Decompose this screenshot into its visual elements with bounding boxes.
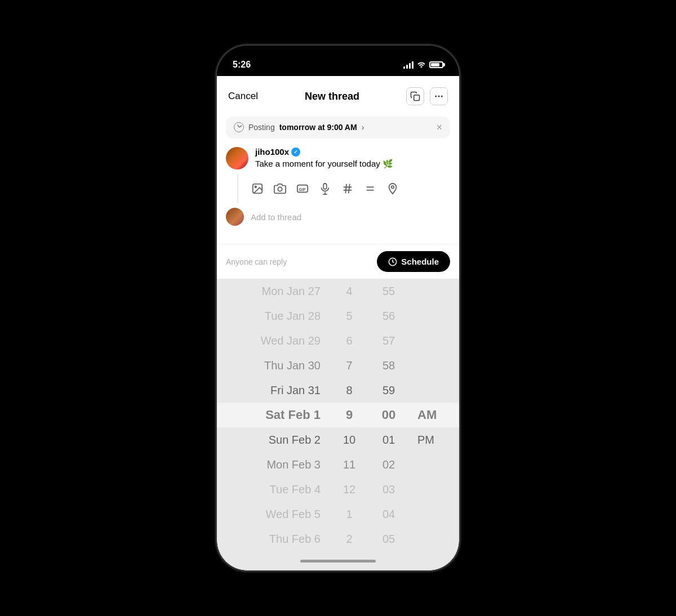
add-to-thread-input[interactable]: Add to thread	[251, 212, 301, 222]
more-options-button[interactable]	[430, 87, 448, 105]
header: Cancel New thread	[217, 76, 459, 114]
list-item[interactable]	[408, 452, 448, 477]
list-item[interactable]: Thu Feb 6	[228, 526, 330, 551]
list-item[interactable]: 00	[369, 403, 408, 427]
signal-bar-2	[406, 65, 408, 69]
list-item[interactable]: Fri Jan 31	[228, 378, 330, 403]
list-item[interactable]: Sat Feb 1	[228, 403, 330, 427]
list-item[interactable]	[408, 328, 448, 353]
header-icons	[406, 87, 448, 105]
schedule-chevron: ›	[362, 123, 364, 132]
signal-bars-icon	[403, 61, 413, 69]
list-item[interactable]	[408, 502, 448, 526]
list-button[interactable]	[360, 178, 380, 199]
clock-hand-minute	[239, 125, 242, 127]
list-item[interactable]	[408, 378, 448, 403]
list-item[interactable]: AM	[408, 403, 448, 427]
thread-content: jiho100x ✓ Take a moment for yourself to…	[217, 142, 459, 244]
list-item[interactable]: Thu Jan 30	[228, 353, 330, 378]
home-bar	[300, 560, 376, 563]
list-item[interactable]: 55	[369, 279, 408, 303]
clock-schedule-icon	[388, 257, 397, 266]
ampm-picker-column[interactable]: AMPM	[408, 279, 448, 551]
list-item[interactable]: Wed Feb 5	[228, 502, 330, 526]
date-time-picker[interactable]: Mon Jan 27Tue Jan 28Wed Jan 29Thu Jan 30…	[217, 279, 459, 551]
schedule-info: Posting tomorrow at 9:00 AM ›	[234, 122, 364, 132]
location-icon	[386, 182, 399, 195]
list-item[interactable]: 11	[330, 452, 369, 477]
gif-button[interactable]: GIF	[292, 178, 313, 199]
phone-screen: 5:26	[217, 46, 459, 570]
hour-picker-column[interactable]: 45678910111212	[330, 279, 369, 551]
list-item[interactable]: 1	[330, 502, 369, 526]
list-item[interactable]: Sun Feb 2	[228, 427, 330, 452]
wifi-icon	[417, 60, 426, 69]
app-content: Cancel New thread	[217, 76, 459, 570]
list-item[interactable]	[408, 477, 448, 502]
hashtag-icon	[341, 182, 354, 195]
list-item[interactable]: PM	[408, 427, 448, 452]
list-item[interactable]: 58	[369, 353, 408, 378]
schedule-label: Schedule	[401, 257, 439, 266]
list-item[interactable]	[408, 303, 448, 328]
list-item[interactable]: 57	[369, 328, 408, 353]
copy-to-other-button[interactable]	[406, 87, 424, 105]
list-item[interactable]: 7	[330, 353, 369, 378]
post-row: jiho100x ✓ Take a moment for yourself to…	[226, 142, 450, 174]
list-item[interactable]	[408, 526, 448, 551]
schedule-button[interactable]: Schedule	[377, 251, 450, 272]
hashtag-button[interactable]	[337, 178, 358, 199]
svg-line-15	[349, 184, 350, 194]
list-item[interactable]: 2	[330, 526, 369, 551]
page-title: New thread	[305, 91, 359, 102]
list-item[interactable]: 05	[369, 526, 408, 551]
list-item[interactable]	[408, 353, 448, 378]
list-item[interactable]: 56	[369, 303, 408, 328]
add-thread-row[interactable]: Add to thread	[226, 203, 450, 230]
minute-picker-column[interactable]: 5556575859000102030405	[369, 279, 408, 551]
list-item[interactable]: 8	[330, 378, 369, 403]
phone-frame: 5:26	[217, 46, 459, 570]
list-item[interactable]: 59	[369, 378, 408, 403]
svg-rect-0	[414, 95, 420, 101]
list-item[interactable]: 9	[330, 403, 369, 427]
list-item[interactable]: 04	[369, 502, 408, 526]
svg-text:GIF: GIF	[299, 187, 306, 192]
image-gallery-button[interactable]	[247, 178, 268, 199]
list-item[interactable]: Mon Jan 27	[228, 279, 330, 303]
svg-point-5	[255, 186, 256, 188]
signal-bar-4	[412, 61, 413, 69]
post-text: Take a moment for yourself today 🌿	[255, 158, 450, 169]
list-item[interactable]: Tue Jan 28	[228, 303, 330, 328]
schedule-banner[interactable]: Posting tomorrow at 9:00 AM › ×	[226, 117, 450, 138]
list-item[interactable]: 10	[330, 427, 369, 452]
camera-icon	[274, 182, 286, 195]
list-item[interactable]: 4	[330, 279, 369, 303]
username: jiho100x	[255, 147, 289, 157]
svg-point-3	[441, 96, 443, 97]
avatar-small	[226, 208, 244, 226]
list-item[interactable]	[408, 279, 448, 303]
cancel-button[interactable]: Cancel	[228, 91, 258, 102]
svg-point-2	[438, 96, 439, 97]
mic-button[interactable]	[315, 178, 335, 199]
list-item[interactable]: Mon Feb 3	[228, 452, 330, 477]
list-icon	[364, 182, 376, 195]
list-item[interactable]: 5	[330, 303, 369, 328]
status-bar: 5:26	[217, 46, 459, 76]
clock-icon	[234, 122, 244, 132]
dismiss-schedule-button[interactable]: ×	[436, 122, 442, 132]
list-item[interactable]: Wed Jan 29	[228, 328, 330, 353]
list-item[interactable]: 12	[330, 477, 369, 502]
list-item[interactable]: 01	[369, 427, 408, 452]
list-item[interactable]: 02	[369, 452, 408, 477]
list-item[interactable]: 6	[330, 328, 369, 353]
list-item[interactable]: 03	[369, 477, 408, 502]
list-item[interactable]: Tue Feb 4	[228, 477, 330, 502]
more-options-icon	[434, 91, 444, 101]
date-picker-column[interactable]: Mon Jan 27Tue Jan 28Wed Jan 29Thu Jan 30…	[228, 279, 330, 551]
location-button[interactable]	[383, 178, 403, 199]
battery-icon	[429, 61, 443, 68]
copy-icon	[410, 91, 420, 101]
camera-button[interactable]	[270, 178, 290, 199]
